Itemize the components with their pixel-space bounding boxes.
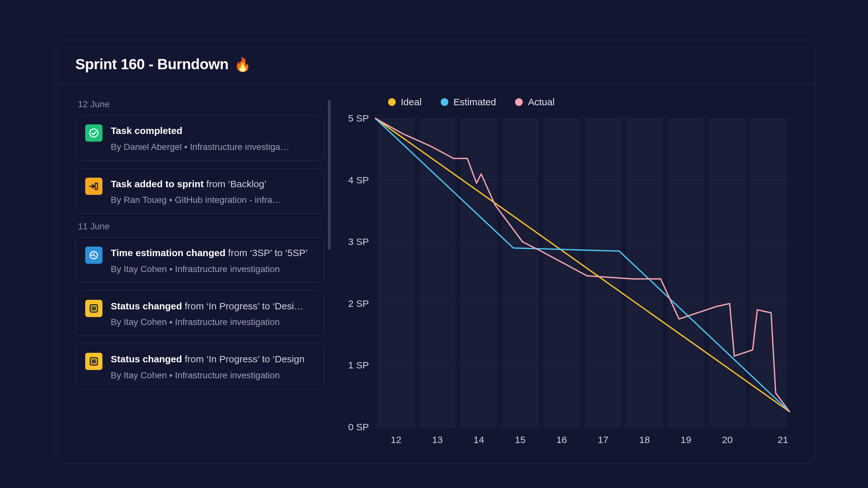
activity-title: Task added to sprint from ‘Backlog’ [111, 178, 314, 191]
activity-byline: By Itay Cohen • Infrastructure investiga… [111, 264, 314, 274]
svg-rect-17 [668, 118, 704, 427]
legend-item-actual: Actual [515, 97, 554, 107]
activity-card[interactable]: Status changed from ‘In Progress’ to ‘De… [75, 344, 324, 389]
legend-dot-actual [515, 98, 523, 106]
chart-area: Ideal Estimated Actual 0 SP1 SP2 SP3 SP4… [337, 97, 796, 453]
svg-rect-10 [378, 118, 414, 427]
svg-rect-12 [461, 118, 497, 427]
y-tick-label: 1 SP [348, 360, 369, 370]
activity-title: Status changed from ‘In Progress’ to ‘De… [111, 300, 314, 313]
check-circle-icon [85, 124, 102, 141]
burndown-panel: Sprint 160 - Burndown 🔥 12 JuneTask comp… [56, 40, 815, 463]
svg-rect-15 [585, 118, 621, 427]
list-icon [85, 300, 102, 317]
activity-card[interactable]: Time estimation changed from ‘3SP’ to ‘5… [75, 237, 324, 283]
svg-rect-18 [709, 118, 745, 427]
move-in-icon [85, 178, 102, 195]
y-tick-label: 0 SP [348, 422, 369, 432]
svg-rect-13 [502, 118, 538, 427]
chart-legend: Ideal Estimated Actual [388, 97, 796, 107]
panel-header: Sprint 160 - Burndown 🔥 [56, 40, 815, 84]
activity-card[interactable]: Status changed from ‘In Progress’ to ‘De… [75, 291, 324, 336]
legend-item-estimated: Estimated [441, 97, 496, 107]
svg-rect-14 [544, 118, 580, 427]
y-tick-label: 4 SP [348, 175, 369, 185]
activity-byline: By Daniel Abergel • Infrastructure inves… [111, 142, 314, 152]
list-icon [85, 353, 102, 370]
legend-label-actual: Actual [528, 97, 554, 107]
svg-point-0 [90, 129, 98, 137]
scrollbar[interactable] [328, 100, 331, 250]
activity-title: Time estimation changed from ‘3SP’ to ‘5… [111, 247, 314, 260]
y-tick-label: 3 SP [348, 236, 369, 247]
x-tick-label: 12 [391, 434, 401, 445]
x-tick-label: 21 [778, 434, 788, 445]
activity-title: Task completed [111, 124, 314, 137]
activity-title: Status changed from ‘In Progress’ to ‘De… [111, 353, 314, 366]
history-icon [85, 247, 102, 264]
activity-card[interactable]: Task completedBy Daniel Abergel • Infras… [75, 115, 324, 161]
fire-icon: 🔥 [234, 58, 251, 71]
panel-title: Sprint 160 - Burndown [75, 56, 228, 73]
legend-dot-estimated [441, 98, 448, 106]
x-tick-label: 19 [681, 434, 691, 445]
y-tick-label: 2 SP [348, 298, 369, 309]
legend-label-estimated: Estimated [454, 97, 496, 107]
y-tick-label: 5 SP [348, 115, 369, 124]
feed-date-label: 11 June [78, 221, 324, 232]
activity-byline: By Ran Toueg • GitHub integration - infr… [111, 195, 314, 205]
activity-byline: By Itay Cohen • Infrastructure investiga… [111, 370, 314, 381]
legend-item-ideal: Ideal [388, 97, 422, 107]
svg-rect-1 [95, 183, 97, 190]
legend-dot-ideal [388, 98, 396, 106]
activity-feed: 12 JuneTask completedBy Daniel Abergel •… [75, 97, 324, 453]
activity-byline: By Itay Cohen • Infrastructure investiga… [111, 317, 314, 327]
x-tick-label: 17 [598, 434, 608, 445]
x-tick-label: 16 [556, 434, 567, 445]
burndown-chart: 0 SP1 SP2 SP3 SP4 SP5 SP1213141516171819… [337, 115, 796, 453]
svg-rect-16 [626, 118, 663, 427]
legend-label-ideal: Ideal [401, 97, 422, 107]
x-tick-label: 18 [639, 434, 650, 445]
x-tick-label: 20 [722, 434, 733, 445]
x-tick-label: 14 [473, 434, 484, 445]
x-tick-label: 15 [515, 434, 526, 445]
feed-date-label: 12 June [78, 99, 324, 109]
x-tick-label: 13 [432, 434, 443, 445]
activity-card[interactable]: Task added to sprint from ‘Backlog’By Ra… [75, 168, 324, 214]
